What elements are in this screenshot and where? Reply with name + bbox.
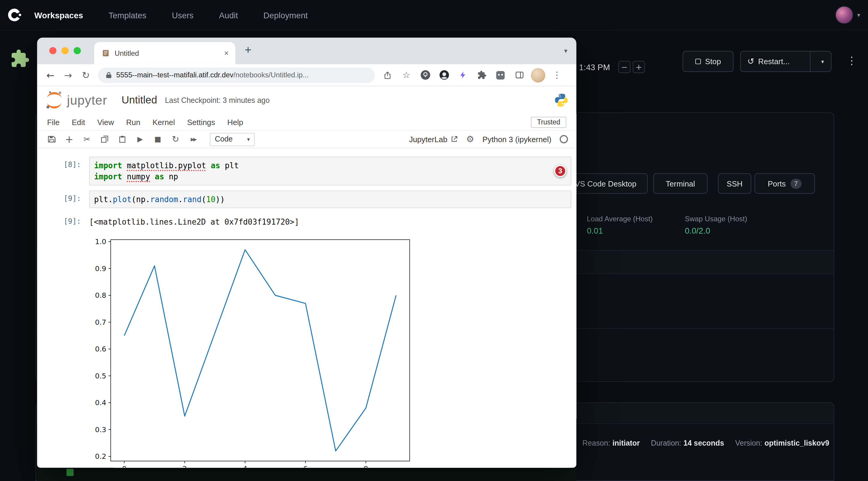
back-button[interactable]: ← <box>41 70 59 81</box>
tab-close-icon[interactable]: × <box>224 49 228 58</box>
menu-help[interactable]: Help <box>227 118 243 127</box>
menu-edit[interactable]: Edit <box>72 118 85 127</box>
interrupt-icon[interactable]: ■ <box>149 135 166 143</box>
menu-settings[interactable]: Settings <box>187 118 215 127</box>
cell-notification-badge[interactable]: 3 <box>554 165 566 177</box>
save-icon[interactable] <box>42 135 60 143</box>
user-avatar[interactable] <box>836 6 853 24</box>
address-bar[interactable]: 5555--main--test--matifali.atif.cdr.dev/… <box>98 67 375 83</box>
notebook-cell[interactable]: [9]:plt.plot(np.random.rand(10)) <box>37 190 577 208</box>
stat-label: Swap Usage (Host) <box>685 215 747 223</box>
restart-kernel-icon[interactable]: ↻ <box>167 134 184 145</box>
tab-favicon <box>102 49 110 57</box>
restart-run-all-icon[interactable]: ▸▸ <box>184 135 202 143</box>
svg-text:0.3: 0.3 <box>95 425 106 434</box>
menu-view[interactable]: View <box>97 118 114 127</box>
code-cell-editor[interactable]: plt.plot(np.random.rand(10)) <box>89 190 571 208</box>
copy-icon[interactable] <box>96 135 113 143</box>
settings-gear-icon[interactable]: ⚙ <box>466 134 474 145</box>
bookmark-star-icon[interactable]: ☆ <box>397 70 416 81</box>
svg-text:0.9: 0.9 <box>95 264 106 273</box>
cell-prompt: [9]: <box>64 190 85 208</box>
nav-items: WorkspacesTemplatesUsersAuditDeployment <box>34 10 308 20</box>
paste-icon[interactable] <box>113 135 131 143</box>
browser-tab[interactable]: Untitled × <box>94 42 236 64</box>
top-navigation: WorkspacesTemplatesUsersAuditDeployment … <box>0 0 868 31</box>
app-button-ports[interactable]: Ports7 <box>755 173 815 194</box>
nav-item-workspaces[interactable]: Workspaces <box>34 10 83 20</box>
background-window-strip <box>37 468 577 481</box>
nav-item-users[interactable]: Users <box>172 10 193 20</box>
svg-text:1.0: 1.0 <box>95 237 106 246</box>
window-close-button[interactable] <box>49 47 56 54</box>
window-zoom-button[interactable] <box>73 47 81 54</box>
restart-button[interactable]: ↺ Restart... ▾ <box>740 51 832 72</box>
add-cell-icon[interactable]: + <box>60 133 78 145</box>
run-icon[interactable]: ▶ <box>131 135 149 143</box>
code-cell-editor[interactable]: import matplotlib.pyplot as pltimport nu… <box>89 157 571 185</box>
avatar-chevron-down-icon[interactable]: ▾ <box>857 11 860 19</box>
reload-button[interactable]: ↻ <box>77 70 95 81</box>
trusted-button[interactable]: Trusted <box>531 117 566 128</box>
menu-run[interactable]: Run <box>126 118 140 127</box>
svg-text:0.4: 0.4 <box>95 398 106 407</box>
app-button-ssh[interactable]: SSH <box>718 173 751 194</box>
new-tab-button[interactable]: + <box>245 44 252 56</box>
jupyterlab-link[interactable]: JupyterLab <box>409 135 458 143</box>
puzzle-extension-icon[interactable] <box>10 49 30 71</box>
extension-userscript-icon[interactable] <box>491 70 510 80</box>
meta-item: Duration:14 seconds <box>651 439 724 447</box>
extension-github-icon[interactable] <box>435 70 454 81</box>
menu-kernel[interactable]: Kernel <box>152 118 175 127</box>
zoom-in-button[interactable]: + <box>633 61 645 73</box>
chevron-down-icon[interactable]: ▾ <box>814 59 831 64</box>
notebook-cell[interactable]: [9]:[<matplotlib.lines.Line2D at 0x7fd03… <box>37 213 577 228</box>
cell-prompt: [8]: <box>64 157 85 185</box>
notebook-area[interactable]: [8]:import matplotlib.pyplot as pltimpor… <box>37 149 577 468</box>
cell-prompt <box>64 232 85 468</box>
forward-button[interactable]: → <box>59 70 77 81</box>
nav-item-templates[interactable]: Templates <box>108 10 146 20</box>
cell-type-select[interactable]: Code ▾ <box>210 133 255 146</box>
nav-right: ▾ <box>836 6 868 24</box>
coder-logo[interactable] <box>7 7 22 23</box>
nav-item-deployment[interactable]: Deployment <box>264 10 308 20</box>
zoom-out-button[interactable]: − <box>618 61 631 73</box>
kernel-name[interactable]: Python 3 (ipykernel) <box>482 135 551 143</box>
stop-button[interactable]: Stop <box>683 51 734 72</box>
meta-value: initiator <box>613 439 640 447</box>
svg-text:6: 6 <box>303 464 308 468</box>
notebook-cell[interactable]: 024680.20.30.40.50.60.70.80.91.0 <box>37 232 577 468</box>
nav-item-audit[interactable]: Audit <box>219 10 238 20</box>
extensions-puzzle-icon[interactable] <box>472 70 491 79</box>
cut-icon[interactable]: ✂ <box>78 134 96 144</box>
workspace-overflow-menu[interactable]: ⋮ <box>846 56 857 66</box>
app-button-label: VS Code Desktop <box>575 179 636 188</box>
url-domain: 5555--main--test--matifali.atif.cdr.dev <box>116 71 234 79</box>
jupyter-menu-items: FileEditViewRunKernelSettingsHelp <box>47 118 255 127</box>
svg-text:4: 4 <box>243 464 247 468</box>
cell-gap <box>85 232 89 468</box>
notebook-cell[interactable]: [8]:import matplotlib.pyplot as pltimpor… <box>37 157 577 185</box>
code-line: import numpy as np <box>94 171 566 182</box>
notebook-title[interactable]: Untitled <box>121 94 157 106</box>
tab-search-chevron-icon[interactable]: ▾ <box>564 47 567 55</box>
jupyter-notebook-toolbar: +✂▶■↻▸▸ Code ▾ JupyterLab ⚙ Python 3 (ip… <box>37 131 577 149</box>
sidebar-toggle-icon[interactable] <box>510 70 529 79</box>
cell-gap <box>85 157 89 185</box>
stat-value: 0.0/2.0 <box>685 226 747 235</box>
profile-avatar[interactable] <box>529 68 548 82</box>
code-line: plt.plot(np.random.rand(10)) <box>94 194 566 205</box>
share-icon[interactable] <box>378 70 397 79</box>
menu-file[interactable]: File <box>47 118 60 127</box>
meta-label: Reason: <box>583 439 610 447</box>
app-button-terminal[interactable]: Terminal <box>653 173 708 194</box>
browser-menu-kebab-icon[interactable]: ⋮ <box>547 70 566 81</box>
window-minimize-button[interactable] <box>61 47 69 54</box>
matplotlib-figure: 024680.20.30.40.50.60.70.80.91.0 <box>89 232 455 468</box>
app-button-label: SSH <box>727 179 743 188</box>
code-line: import matplotlib.pyplot as plt <box>94 160 566 171</box>
extension-1password-icon[interactable] <box>416 70 435 81</box>
extension-bolt-icon[interactable] <box>454 70 472 79</box>
select-chevron-down-icon: ▾ <box>247 136 250 142</box>
